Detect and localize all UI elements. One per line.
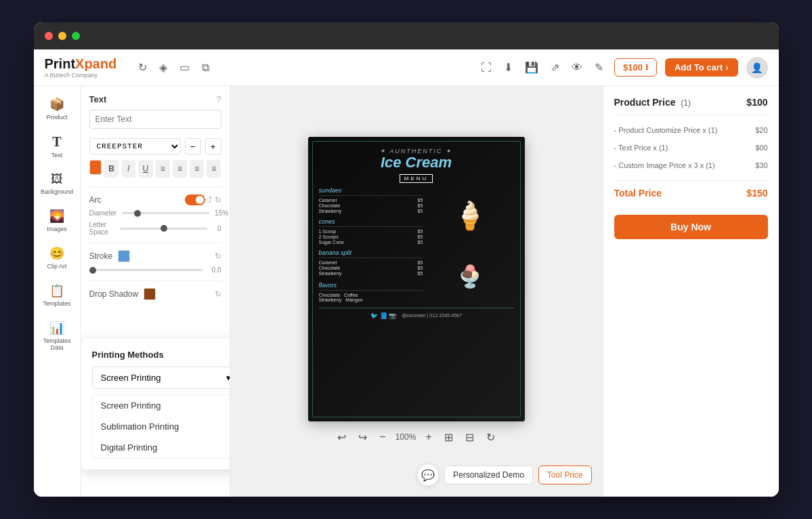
arc-header: Arc ⤴ ↻: [89, 194, 221, 205]
buy-now-button[interactable]: Buy Now: [614, 215, 768, 239]
font-size-increase[interactable]: +: [205, 138, 221, 154]
font-size-decrease[interactable]: −: [185, 138, 201, 154]
grid-2-button[interactable]: ⊟: [463, 428, 477, 447]
grid-1-button[interactable]: ⊞: [442, 428, 456, 447]
templates-data-icon: 📊: [49, 320, 64, 335]
align-center-button[interactable]: ≡: [173, 160, 187, 178]
sidebar-item-background[interactable]: 🖼 Background: [37, 167, 77, 201]
personalized-demo-button[interactable]: Personalized Demo: [444, 465, 533, 484]
traffic-light-yellow[interactable]: [58, 32, 66, 40]
font-color-swatch[interactable]: [89, 160, 102, 175]
arc-icon-1[interactable]: ⤴: [208, 195, 212, 205]
text-info-icon[interactable]: ?: [217, 95, 221, 104]
align-right-button[interactable]: ≡: [190, 160, 204, 178]
text-section-title: Text: [89, 94, 107, 104]
divider-2: [89, 243, 221, 243]
traffic-light-red[interactable]: [45, 32, 53, 40]
product-label: Product: [46, 114, 67, 121]
app-content: PrintXpand A Biztech Company ↻ ◈ ▭ ⧉ ⛶ ⬇…: [34, 49, 779, 497]
total-amount: $150: [746, 188, 767, 199]
shadow-color-swatch[interactable]: [144, 288, 156, 300]
sidebar-item-clipart[interactable]: 😊 Clip Art: [37, 241, 77, 275]
traffic-light-green[interactable]: [72, 32, 80, 40]
stroke-slider-row: 0.0: [89, 266, 221, 274]
font-select[interactable]: CREEPSTER Arial Georgia: [89, 138, 181, 154]
cones-title: cones: [319, 218, 423, 227]
banana-item-1: Caramel$5: [319, 260, 423, 265]
stroke-header: Stroke ↻: [89, 250, 221, 262]
underline-button[interactable]: U: [138, 160, 152, 178]
arc-refresh[interactable]: ↻: [215, 195, 221, 205]
cone-item-2: 2 Scoops$5: [319, 234, 423, 239]
expand-icon[interactable]: ⛶: [478, 59, 494, 77]
background-icon: 🖼: [51, 172, 63, 186]
sundae-item-3: Strawberry$5: [319, 209, 423, 213]
social-icons: 🐦 📘 📷: [370, 312, 396, 319]
printing-dropdown-title: Printing Methods: [92, 350, 230, 360]
chat-icon[interactable]: 💬: [417, 464, 439, 486]
duplicate-icon[interactable]: ⧉: [199, 59, 212, 77]
printing-select-box[interactable]: Screen Printing ▾: [92, 367, 230, 389]
sidebar-item-text[interactable]: T Text: [37, 129, 77, 164]
download-icon[interactable]: ⬇: [501, 58, 515, 77]
stroke-slider[interactable]: [89, 269, 202, 271]
price-panel-title: Product Price (1): [614, 97, 691, 108]
drop-shadow-header: Drop Shadow ↻: [89, 288, 221, 300]
user-avatar[interactable]: 👤: [746, 57, 768, 79]
font-section: CREEPSTER Arial Georgia − + B I U ≡ ≡: [89, 138, 221, 178]
social-handle: @icecream | 012-2345-4567: [402, 313, 462, 318]
ice-cream-cone-icon: 🍦: [453, 202, 487, 229]
bold-button[interactable]: B: [104, 160, 119, 178]
tool-price-button[interactable]: Tool Price: [538, 465, 592, 484]
diameter-slider[interactable]: [122, 212, 209, 214]
text-section-header: Text ?: [89, 94, 221, 104]
bottom-actions: 💬 Personalized Demo Tool Price: [417, 464, 591, 486]
stroke-title: Stroke: [89, 251, 113, 261]
price-badge[interactable]: $100 ℹ: [614, 58, 657, 77]
canvas-container[interactable]: ✦ AUNTHENTIC ✦ Ice Cream MENU sundaes Ca…: [308, 137, 525, 421]
sidebar-item-product[interactable]: 📦 Product: [37, 91, 77, 126]
canvas-refresh-button[interactable]: ↻: [484, 428, 498, 447]
banana-split-title: banana split: [319, 249, 423, 258]
save-icon[interactable]: 💾: [522, 58, 541, 77]
justify-button[interactable]: ≡: [207, 160, 221, 178]
sidebar-item-templates-data[interactable]: 📊 Templates Data: [37, 315, 77, 356]
text-input[interactable]: [89, 110, 221, 129]
edit-icon[interactable]: ✎: [592, 58, 606, 77]
stroke-color-swatch[interactable]: [118, 250, 130, 262]
drop-shadow-title: Drop Shadow: [89, 289, 139, 299]
shadow-refresh-icon[interactable]: ↻: [215, 289, 221, 299]
eye-icon[interactable]: 👁: [569, 59, 585, 77]
ice-cream-header: ✦ AUNTHENTIC ✦ Ice Cream MENU: [319, 148, 514, 183]
stroke-refresh-icon[interactable]: ↻: [215, 251, 221, 261]
letter-space-value: 0: [213, 225, 221, 232]
text-section: Text ?: [89, 94, 221, 129]
sidebar-item-templates[interactable]: 📋 Templates: [37, 278, 77, 312]
logo: PrintXpand A Biztech Company: [45, 56, 117, 79]
printing-selected-value: Screen Printing: [101, 373, 161, 383]
social-row: 🐦 📘 📷 @icecream | 012-2345-4567: [319, 308, 514, 319]
redo-button[interactable]: ↪: [356, 428, 370, 447]
italic-button[interactable]: I: [121, 160, 135, 178]
format-row: B I U ≡ ≡ ≡ ≡: [89, 160, 221, 178]
total-line: Total Price $150: [614, 180, 768, 205]
zoom-out-button[interactable]: −: [377, 428, 388, 446]
frame-icon[interactable]: ▭: [177, 58, 192, 77]
layers-icon[interactable]: ◈: [156, 58, 170, 77]
stroke-section: Stroke ↻ 0.0: [89, 250, 221, 274]
sidebar-item-images[interactable]: 🌄 Images: [37, 203, 77, 238]
printing-option-digital[interactable]: Digital Printing: [93, 437, 230, 458]
zoom-in-button[interactable]: +: [423, 428, 434, 446]
printing-option-screen[interactable]: Screen Printing: [93, 395, 230, 416]
undo-button[interactable]: ↩: [335, 428, 349, 447]
share-icon[interactable]: ⇗: [548, 58, 562, 77]
letter-space-slider[interactable]: [120, 228, 207, 230]
printing-option-sublimation[interactable]: Sublimation Printing: [93, 416, 230, 437]
rotate-icon[interactable]: ↻: [135, 58, 150, 77]
add-to-cart-button[interactable]: Add To cart ›: [665, 58, 738, 77]
canvas-area: ✦ AUNTHENTIC ✦ Ice Cream MENU sundaes Ca…: [230, 86, 603, 497]
ice-cream-title: Ice Cream: [319, 154, 514, 171]
sundaes-title: sundaes: [319, 187, 423, 196]
arc-toggle[interactable]: [185, 194, 205, 205]
align-left-button[interactable]: ≡: [156, 160, 170, 178]
